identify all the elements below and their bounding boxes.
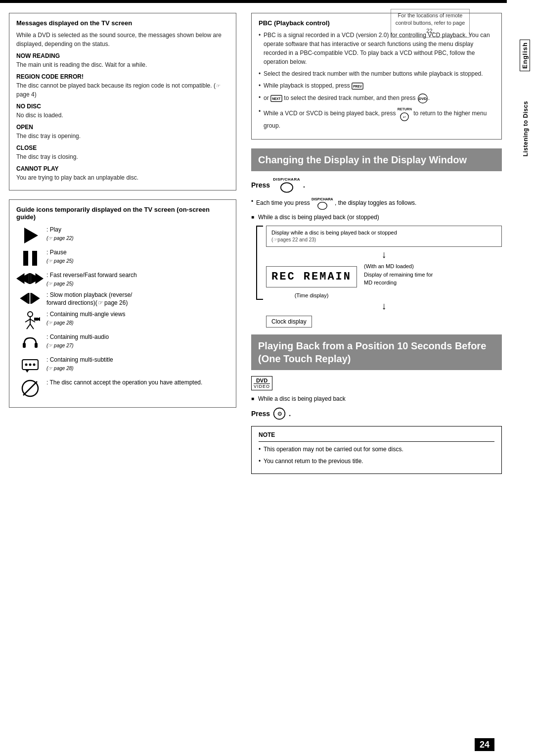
audio-icon-desc: : Containing multi-audio(☞ page 27) — [44, 333, 229, 350]
dvd-video-badge: DVD VIDEO — [251, 376, 272, 390]
messages-box-intro: While a DVD is selected as the sound sou… — [16, 31, 229, 48]
svg-text:PREV: PREV — [353, 85, 362, 88]
flow-content: Display while a disc is being played bac… — [266, 226, 502, 328]
disp-button: DISP/CHARA — [273, 177, 300, 193]
previous-button-icon: PREV — [352, 82, 363, 90]
fast-icon — [16, 271, 44, 286]
svg-marker-0 — [24, 228, 38, 243]
pbc-bullet-5: While a VCD or SVCD is being played back… — [259, 107, 494, 130]
svg-text:DVD: DVD — [419, 96, 427, 101]
svg-rect-21 — [23, 343, 26, 348]
one-touch-replay-title: Playing Back from a Position 10 Seconds … — [258, 339, 495, 365]
no-disc-title: NO DISC — [16, 103, 229, 110]
no-disc-body: No disc is loaded. — [16, 111, 229, 120]
otr-button-icon: ⊙ — [273, 407, 286, 420]
changing-display-content: Press DISP/CHARA . Each time you press D… — [251, 177, 502, 328]
press-label: Press — [251, 181, 270, 189]
prohibited-icon-cell — [16, 378, 44, 398]
svg-line-29 — [23, 381, 37, 395]
close-body: The disc tray is closing. — [16, 152, 229, 161]
bracket-top — [256, 226, 263, 236]
disc-playing-bullet: While a disc is being played back (or st… — [251, 213, 502, 222]
play-icon — [20, 226, 40, 245]
rec-remain-block: REC REMAIN (Time display) — [266, 262, 357, 298]
svg-text:↩: ↩ — [403, 115, 406, 119]
messages-box: Messages displayed on the TV screen Whil… — [9, 13, 236, 190]
svg-point-13 — [28, 312, 33, 317]
svg-marker-20 — [38, 317, 40, 321]
svg-marker-4 — [16, 273, 25, 284]
pbc-bullet-3: While playback is stopped, press PREV — [259, 81, 494, 90]
sidebar-right: English Listening to Discs — [507, 0, 534, 756]
flow-stage1-box: Display while a disc is being played bac… — [266, 226, 502, 247]
guide-icons-title: Guide icons temporarily displayed on the… — [16, 206, 229, 221]
disp-chara-button-icon — [280, 182, 293, 193]
slow-icon-desc: : Slow motion playback (reverse/forward … — [44, 291, 229, 308]
icon-row-slow: : Slow motion playback (reverse/forward … — [16, 291, 229, 308]
note-divider — [259, 441, 494, 442]
subtitle-icon-cell — [16, 356, 44, 376]
icon-row-pause: : Pause(☞ page 25) — [16, 248, 229, 268]
changing-display-title: Changing the Display in the Display Wind… — [258, 153, 495, 166]
next-button-icon: NEXT — [270, 94, 282, 102]
pbc-bullet-1: PBC is a signal recorded in a VCD (versi… — [259, 31, 494, 66]
svg-rect-8 — [30, 273, 31, 284]
guide-icons-box: Guide icons temporarily displayed on the… — [9, 199, 236, 408]
svg-rect-19 — [34, 318, 38, 321]
svg-rect-1 — [23, 251, 28, 266]
icon-row-prohibited: : The disc cannot accept the operation y… — [16, 378, 229, 398]
now-reading-title: NOW READING — [16, 52, 229, 59]
bracket-middle — [256, 236, 263, 290]
icon-row-subtitle: : Containing multi-subtitle(☞ page 28) — [16, 356, 229, 376]
svg-marker-24 — [25, 370, 29, 373]
pbc-box: PBC (Playback control) PBC is a signal r… — [251, 13, 502, 140]
slow-icon-cell — [16, 291, 44, 306]
open-body: The disc tray is opening. — [16, 132, 229, 141]
press-otr-label: Press — [251, 410, 270, 418]
md-loaded-note: (With an MD loaded)Display of remaining … — [364, 262, 438, 287]
bracket-bottom — [256, 290, 263, 300]
svg-point-25 — [25, 364, 27, 366]
dvd-line: DVD — [254, 378, 270, 384]
prohibited-icon-desc: : The disc cannot accept the operation y… — [44, 378, 229, 387]
rec-remain-display: REC REMAIN — [266, 266, 357, 287]
svg-rect-12 — [30, 293, 32, 304]
prohibited-icon — [20, 378, 40, 398]
open-title: OPEN — [16, 124, 229, 131]
flow-stage1-label: Display while a disc is being played bac… — [271, 229, 496, 236]
dvd-button-icon: DVD — [417, 93, 428, 104]
svg-line-15 — [25, 319, 30, 322]
icon-row-angle: : Containing multi-angle views(☞ page 28… — [16, 310, 229, 330]
press-otr-line: Press ⊙ . — [251, 407, 502, 420]
region-code-title: REGION CODE ERROR! — [16, 73, 229, 80]
svg-marker-9 — [20, 293, 28, 304]
time-display-label: (Time display) — [266, 292, 357, 298]
svg-rect-22 — [35, 343, 38, 348]
subtitle-icon-desc: : Containing multi-subtitle(☞ page 28) — [44, 356, 229, 373]
audio-icon — [20, 333, 40, 353]
note-bullet-1: This operation may not be carried out fo… — [259, 445, 494, 454]
video-line: VIDEO — [254, 384, 270, 389]
fast-icon-desc: : Fast reverse/Fast forward search(☞ pag… — [44, 271, 229, 288]
while-disc-playing-bullet: While a disc is being played back — [251, 394, 502, 403]
svg-point-27 — [33, 364, 35, 366]
fast-icon-cell — [16, 271, 44, 286]
sidebar-listening-label: Listening to Discs — [521, 99, 530, 158]
right-column: PBC (Playback control) PBC is a signal r… — [251, 13, 502, 481]
left-column: Messages displayed on the TV screen Whil… — [9, 13, 236, 417]
svg-line-18 — [30, 324, 34, 329]
region-code-body: The disc cannot be played back because i… — [16, 81, 229, 99]
arrow-1: ↓ — [266, 249, 502, 260]
subtitle-icon — [20, 356, 40, 376]
one-touch-replay-content: DVD VIDEO While a disc is being played b… — [251, 376, 502, 474]
rec-remain-row: REC REMAIN (Time display) (With an MD lo… — [266, 262, 502, 298]
svg-line-17 — [27, 324, 30, 329]
clock-display-label: Clock display — [266, 316, 312, 328]
play-icon-desc: : Play(☞ page 22) — [44, 226, 229, 242]
svg-point-26 — [29, 364, 31, 366]
main-content: Messages displayed on the TV screen Whil… — [9, 3, 502, 736]
svg-text:⊙: ⊙ — [277, 411, 282, 417]
icon-row-fast: : Fast reverse/Fast forward search(☞ pag… — [16, 271, 229, 288]
pause-icon — [20, 248, 40, 268]
page-number: 24 — [475, 738, 494, 751]
